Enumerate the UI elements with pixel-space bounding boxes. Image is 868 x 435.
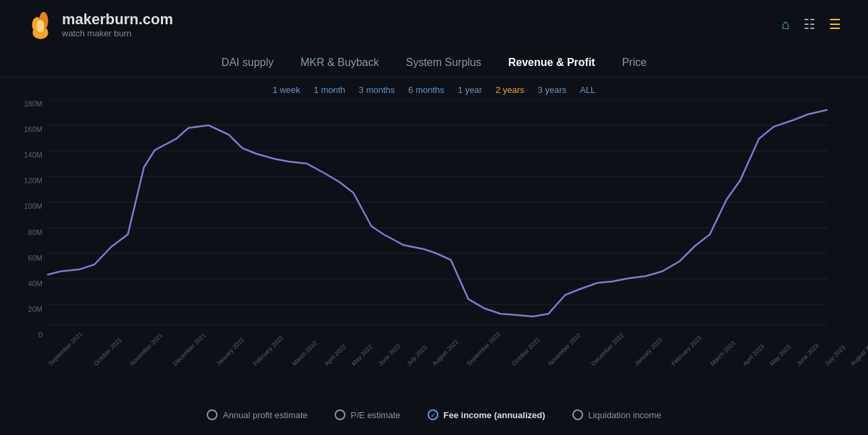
- legend-circle-liquidation: [572, 409, 583, 420]
- x-label-may23: May 2023: [768, 343, 792, 367]
- site-tagline: watch maker burn: [62, 28, 173, 38]
- nav-item-revenue-profit[interactable]: Revenue & Profit: [508, 54, 595, 71]
- header-icons: ⌂ ☷ ☰: [782, 16, 841, 32]
- y-label-40m: 40M: [5, 279, 42, 288]
- x-label-jun22: June 2022: [377, 342, 402, 367]
- svg-point-3: [36, 20, 44, 32]
- x-label-aug22: August 2022: [431, 338, 460, 367]
- x-label-mar22: March 2022: [291, 339, 319, 367]
- header: makerburn.com watch maker burn ⌂ ☷ ☰: [0, 0, 868, 48]
- x-label-jan23: January 2023: [633, 336, 664, 367]
- time-filter-bar: 1 week 1 month 3 months 6 months 1 year …: [0, 77, 868, 100]
- x-label-dec21: December 2021: [172, 332, 207, 367]
- x-label-may22: May 2022: [350, 343, 374, 367]
- legend-label-annual-profit: Annual profit estimate: [223, 410, 308, 420]
- fee-income-line: [47, 110, 828, 316]
- x-label-sep21: September 2021: [47, 331, 84, 367]
- x-label-oct22: October 2022: [510, 336, 541, 367]
- chart-container: 180M 160M 140M 120M 100M 80M 60M 40M 20M…: [0, 100, 868, 366]
- x-label-feb23: February 2023: [670, 335, 702, 367]
- logo-text: makerburn.com watch maker burn: [62, 11, 173, 38]
- legend-circle-annual-profit: [207, 409, 218, 420]
- legend-label-pe: P/E estimate: [351, 410, 401, 420]
- x-label-nov21: November 2021: [129, 332, 164, 367]
- menu-icon[interactable]: ☰: [829, 16, 841, 32]
- x-label-jun23: June 2023: [795, 342, 820, 367]
- chart-legend: Annual profit estimate P/E estimate Fee …: [0, 403, 868, 424]
- y-label-100m: 100M: [5, 202, 42, 210]
- time-btn-all[interactable]: ALL: [573, 83, 602, 97]
- legend-circle-pe: [335, 409, 345, 420]
- y-label-120m: 120M: [5, 176, 42, 185]
- y-label-80m: 80M: [5, 228, 42, 236]
- time-btn-1week[interactable]: 1 week: [266, 83, 307, 97]
- x-axis: September 2021 October 2021 November 202…: [47, 357, 828, 369]
- x-label-apr22: April 2022: [323, 343, 347, 367]
- x-label-aug23: August 2023: [849, 338, 868, 367]
- time-btn-6months[interactable]: 6 months: [401, 83, 450, 97]
- nav-item-price[interactable]: Price: [622, 54, 646, 71]
- time-btn-1year[interactable]: 1 year: [451, 83, 489, 97]
- y-label-20m: 20M: [5, 305, 42, 313]
- legend-fee-income[interactable]: Fee income (annualized): [428, 409, 545, 420]
- x-label-jul22: July 2022: [405, 344, 428, 367]
- legend-pe-estimate[interactable]: P/E estimate: [335, 409, 401, 420]
- legend-annual-profit[interactable]: Annual profit estimate: [207, 409, 308, 420]
- x-label-oct21: October 2021: [92, 336, 123, 367]
- nav-item-mkr-buyback[interactable]: MKR & Buyback: [300, 54, 378, 71]
- time-btn-3years[interactable]: 3 years: [531, 83, 574, 97]
- legend-label-liquidation: Liquidation income: [589, 410, 661, 420]
- x-label-feb22: February 2022: [252, 335, 284, 367]
- site-name: makerburn.com: [62, 11, 173, 28]
- nav-item-system-surplus[interactable]: System Surplus: [406, 54, 481, 71]
- x-label-nov22: November 2022: [547, 332, 582, 367]
- x-label-dec22: December 2022: [590, 332, 625, 367]
- x-label-sep22: September 2022: [465, 331, 502, 367]
- y-label-140m: 140M: [5, 151, 42, 159]
- y-label-0: 0: [5, 331, 42, 339]
- y-label-160m: 160M: [5, 125, 42, 133]
- x-label-mar23: March 2023: [709, 339, 737, 367]
- logo-area: makerburn.com watch maker burn: [27, 8, 173, 40]
- x-label-apr23: April 2023: [741, 343, 766, 367]
- chart-svg: [47, 100, 828, 329]
- time-btn-3months[interactable]: 3 months: [352, 83, 401, 97]
- x-label-jul23: July 2023: [824, 344, 846, 367]
- y-axis: 180M 160M 140M 120M 100M 80M 60M 40M 20M…: [5, 100, 42, 339]
- logo-icon: [27, 8, 54, 40]
- time-btn-1month[interactable]: 1 month: [307, 83, 352, 97]
- time-btn-2years[interactable]: 2 years: [489, 83, 531, 97]
- legend-liquidation[interactable]: Liquidation income: [572, 409, 661, 420]
- main-nav: DAI supply MKR & Buyback System Surplus …: [0, 48, 868, 77]
- legend-label-fee: Fee income (annualized): [444, 410, 545, 420]
- doc-icon[interactable]: ☷: [803, 16, 815, 32]
- y-label-60m: 60M: [5, 254, 42, 262]
- x-label-jan22: January 2022: [215, 336, 246, 367]
- home-icon[interactable]: ⌂: [782, 17, 790, 32]
- nav-item-dai-supply[interactable]: DAI supply: [222, 54, 273, 71]
- y-label-180m: 180M: [5, 100, 42, 108]
- legend-circle-fee: [428, 409, 438, 420]
